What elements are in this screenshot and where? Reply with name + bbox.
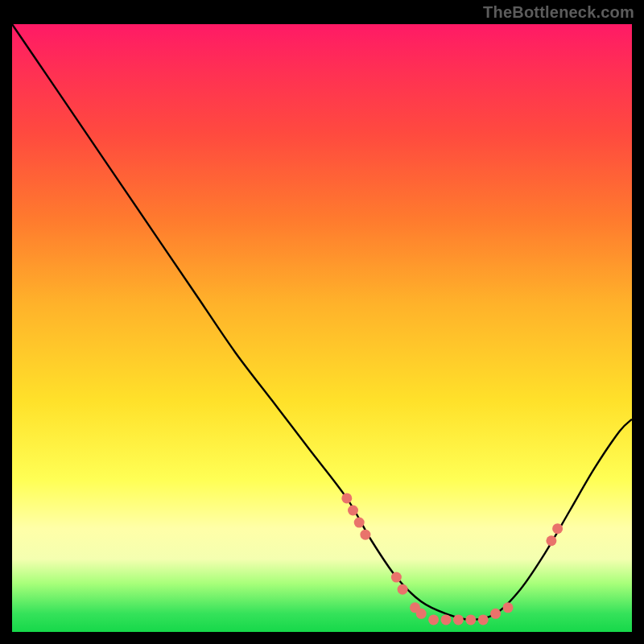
- marker-dot: [478, 614, 489, 625]
- marker-dot: [360, 530, 370, 540]
- marker-layer: [341, 493, 563, 625]
- watermark-text: TheBottleneck.com: [483, 3, 634, 22]
- plot-area: [12, 24, 632, 632]
- marker-dot: [354, 518, 365, 528]
- marker-dot: [453, 614, 464, 625]
- bottleneck-curve: [12, 24, 632, 620]
- marker-dot: [428, 614, 439, 625]
- marker-dot: [490, 609, 501, 619]
- marker-dot: [503, 602, 514, 613]
- marker-dot: [552, 523, 563, 534]
- marker-dot: [341, 493, 352, 503]
- marker-dot: [348, 506, 358, 516]
- marker-dot: [465, 614, 476, 625]
- curve-layer: [12, 24, 632, 632]
- chart-stage: TheBottleneck.com: [0, 0, 644, 644]
- marker-dot: [546, 535, 556, 546]
- marker-dot: [391, 572, 402, 583]
- marker-dot: [398, 584, 408, 595]
- marker-dot: [416, 609, 427, 619]
- marker-dot: [441, 614, 452, 625]
